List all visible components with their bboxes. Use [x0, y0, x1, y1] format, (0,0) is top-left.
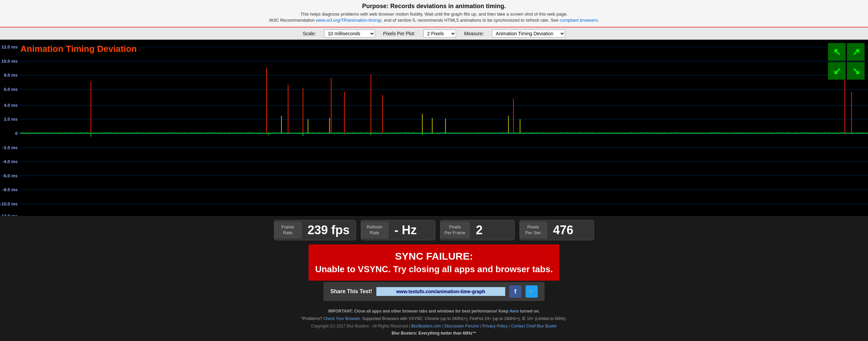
- measure-select[interactable]: Animation Timing DeviationFrame RateInte…: [492, 29, 565, 38]
- info-bar: Purpose: Records deviations in animation…: [0, 0, 868, 27]
- compliant-link[interactable]: compliant browsers: [560, 18, 598, 23]
- lower-area: FrameRate239 fpsRefreshRate- HzPixelsPer…: [0, 216, 868, 341]
- y-axis-label: 10.0 ms: [1, 58, 18, 63]
- facebook-icon: f: [514, 288, 516, 295]
- aero-link[interactable]: Aero: [510, 309, 519, 314]
- share-bar: Share This Test! f 🐦: [323, 282, 544, 301]
- expand-row-top: ↖ ↗: [828, 43, 865, 61]
- stat-value: 2: [470, 220, 489, 240]
- info-desc: This helps diagnose problems with web br…: [7, 11, 861, 23]
- footer-copyright: Copyright (C) 2017 Blur Busters - All Ri…: [301, 323, 567, 330]
- footer-problems: *Problems? Check Your Browser. Supported…: [301, 315, 567, 323]
- y-axis-label: 0: [15, 131, 18, 136]
- twitter-icon: 🐦: [528, 288, 535, 295]
- expand-bottom-left-button[interactable]: ↙: [828, 62, 846, 80]
- y-axis-label: -8.0 ms: [2, 187, 18, 192]
- stat-label: RefreshRate: [361, 222, 388, 239]
- measure-label: Measure:: [464, 31, 484, 36]
- sync-failure-message: Unable to VSYNC. Try closing all apps an…: [315, 264, 553, 275]
- footer-tagline: Blur Busters: Everything better than 60H…: [301, 330, 567, 337]
- important-text: IMPORTANT: Close all apps and other brow…: [328, 309, 540, 314]
- discussion-forums-link[interactable]: Discussion Forums: [445, 324, 479, 328]
- y-axis: 12.0 ms10.0 ms8.0 ms6.0 ms4.0 ms2.0 ms0-…: [0, 40, 20, 216]
- desc2-pre: W3C Recommendation: [269, 18, 316, 23]
- sync-failure-title: SYNC FAILURE:: [315, 250, 553, 262]
- stat-value: 239 fps: [301, 220, 356, 240]
- stat-value: - Hz: [388, 220, 423, 240]
- y-axis-label: 8.0 ms: [4, 73, 18, 78]
- stat-box: PixelsPer Sec476: [519, 220, 594, 240]
- y-axis-label: 6.0 ms: [4, 86, 18, 92]
- ppp-select[interactable]: 1 Pixel2 Pixels4 Pixels8 Pixels: [423, 29, 456, 38]
- facebook-share-button[interactable]: f: [509, 285, 521, 298]
- stat-box: FrameRate239 fps: [274, 220, 356, 240]
- expand-top-right-button[interactable]: ↗: [847, 43, 865, 61]
- desc1: This helps diagnose problems with web br…: [300, 12, 568, 17]
- y-axis-label: 4.0 ms: [4, 102, 18, 107]
- stat-value: 476: [547, 220, 579, 240]
- graph-container: 12.0 ms10.0 ms8.0 ms6.0 ms4.0 ms2.0 ms0-…: [0, 40, 868, 216]
- stat-box: PixelsPer Frame2: [440, 220, 515, 240]
- expand-top-left-button[interactable]: ↖: [828, 43, 846, 61]
- expand-bottom-right-button[interactable]: ↘: [847, 62, 865, 80]
- desc2-post: , end of section 5, recommends HTML5 ani…: [381, 18, 559, 23]
- twitter-share-button[interactable]: 🐦: [526, 285, 538, 298]
- ppp-label: Pixels Per Plot:: [383, 31, 415, 36]
- scale-select[interactable]: 2 milliseconds4 milliseconds6 millisecon…: [324, 29, 375, 38]
- stat-label: FrameRate: [274, 222, 301, 239]
- y-axis-label: -2.0 ms: [2, 145, 18, 150]
- stat-label: PixelsPer Sec: [520, 222, 547, 239]
- y-axis-label: -6.0 ms: [2, 173, 18, 178]
- expand-row-bottom: ↙ ↘: [828, 62, 865, 80]
- share-url-input[interactable]: [376, 287, 505, 296]
- graph-title: Animation Timing Deviation: [20, 44, 137, 54]
- sync-failure-banner: SYNC FAILURE: Unable to VSYNC. Try closi…: [309, 244, 560, 281]
- waveform-display: [20, 40, 868, 216]
- controls-bar: Scale: 2 milliseconds4 milliseconds6 mil…: [0, 27, 868, 40]
- stat-label: PixelsPer Frame: [440, 222, 470, 239]
- privacy-policy-link[interactable]: Privacy Policy: [482, 324, 508, 328]
- footer: IMPORTANT: Close all apps and other brow…: [294, 302, 574, 340]
- y-axis-label: -10.0 ms: [0, 201, 18, 206]
- purpose-title: Purpose: Records deviations in animation…: [7, 3, 861, 10]
- expand-buttons: ↖ ↗ ↙ ↘: [828, 43, 865, 80]
- share-label: Share This Test!: [330, 288, 372, 295]
- stats-bar: FrameRate239 fpsRefreshRate- HzPixelsPer…: [273, 216, 595, 243]
- stat-box: RefreshRate- Hz: [361, 220, 435, 240]
- desc2-period: .: [598, 18, 599, 23]
- check-browser-link[interactable]: Check Your Browser: [323, 316, 360, 321]
- footer-important: IMPORTANT: Close all apps and other brow…: [301, 308, 567, 315]
- y-axis-label: -4.0 ms: [2, 159, 18, 164]
- y-axis-label: 2.0 ms: [4, 117, 18, 122]
- w3c-link[interactable]: www.w3.org/TR/animation-timing/: [316, 18, 382, 23]
- scale-label: Scale:: [303, 31, 316, 36]
- y-axis-label: -12.0 ms: [0, 214, 18, 216]
- blurbusters-link[interactable]: BlurBusters.com: [411, 324, 441, 328]
- contact-link[interactable]: Contact Chief Blur Buster: [511, 324, 557, 328]
- y-axis-label: 12.0 ms: [1, 44, 18, 49]
